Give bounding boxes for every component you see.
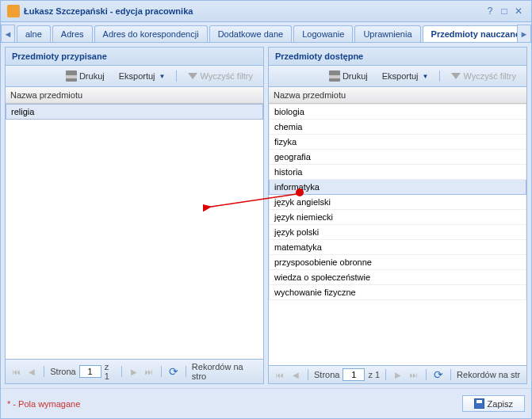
separator: [439, 70, 440, 82]
tab-uprawnienia[interactable]: Uprawnienia: [354, 25, 420, 42]
table-row[interactable]: historia: [269, 165, 526, 180]
table-row[interactable]: religia: [6, 104, 263, 120]
clear-filters-button-left[interactable]: Wyczyść filtry: [182, 69, 258, 83]
print-icon: [66, 70, 77, 82]
table-row[interactable]: informatyka: [269, 180, 526, 195]
help-button[interactable]: ?: [484, 5, 496, 17]
page-first-right[interactable]: ⏮: [274, 368, 286, 381]
refresh-right[interactable]: ⟳: [432, 368, 445, 381]
page-first-left[interactable]: ⏮: [10, 365, 23, 378]
page-last-right[interactable]: ⏭: [408, 368, 420, 381]
export-button-left[interactable]: Eksportuj ▼: [113, 69, 171, 83]
page-prev-right[interactable]: ◀: [289, 368, 302, 381]
window: Łukasz Szczepański - edycja pracownika ?…: [0, 0, 532, 419]
page-input-right[interactable]: [343, 368, 365, 381]
tab-adres[interactable]: Adres: [52, 25, 93, 42]
tab-alne[interactable]: alne: [17, 25, 51, 42]
footer: * - Pola wymagane Zapisz: [1, 388, 531, 418]
filter-icon: [188, 73, 197, 79]
table-row[interactable]: język niemiecki: [269, 210, 526, 225]
save-icon: [474, 398, 484, 409]
column-header-left[interactable]: Nazwa przedmiotu: [6, 87, 263, 104]
required-note: * - Pola wymagane: [7, 399, 80, 409]
tab-logowanie[interactable]: Logowanie: [293, 25, 353, 42]
panel-available-title: Przedmioty dostępne: [269, 48, 526, 66]
toolbar-right: Drukuj Eksportuj ▼ Wyczyść filtry: [269, 66, 526, 87]
pager-right: ⏮ ◀ Strona z 1 ▶ ⏭ ⟳ Rekordów na str: [269, 365, 526, 383]
tab-przedmioty-nauczane[interactable]: Przedmioty nauczane: [423, 25, 517, 42]
table-row[interactable]: język polski: [269, 225, 526, 240]
table-row[interactable]: matematyka: [269, 240, 526, 255]
table-row[interactable]: język angielski: [269, 195, 526, 210]
tab-adres-do-korespondencji[interactable]: Adres do korespondencji: [94, 25, 208, 42]
table-row[interactable]: fizyka: [269, 135, 526, 150]
window-title: Łukasz Szczepański - edycja pracownika: [24, 6, 484, 16]
print-button-left[interactable]: Drukuj: [60, 68, 110, 84]
print-button-right[interactable]: Drukuj: [323, 68, 373, 84]
page-last-left[interactable]: ⏭: [144, 365, 156, 378]
page-prev-left[interactable]: ◀: [26, 365, 39, 378]
column-header-right[interactable]: Nazwa przedmiotu: [269, 87, 526, 104]
panel-assigned: Przedmioty przypisane Drukuj Eksportuj ▼…: [5, 47, 264, 384]
close-button[interactable]: ✕: [512, 5, 525, 17]
page-next-left[interactable]: ▶: [128, 365, 140, 378]
page-next-right[interactable]: ▶: [392, 368, 404, 381]
table-row[interactable]: biologia: [269, 104, 526, 120]
page-input-left[interactable]: [79, 365, 101, 378]
clear-filters-button-right[interactable]: Wyczyść filtry: [446, 69, 522, 83]
save-button[interactable]: Zapisz: [462, 395, 525, 412]
export-button-right[interactable]: Eksportuj ▼: [377, 69, 434, 83]
maximize-button[interactable]: □: [498, 5, 511, 17]
separator: [176, 70, 177, 82]
user-icon: [7, 5, 20, 17]
grid-body-right: biologiachemiafizykageografiahistoriainf…: [269, 104, 526, 365]
pager-left: ⏮ ◀ Strona z 1 ▶ ⏭ ⟳ Rekordów na stro: [6, 359, 263, 383]
table-row[interactable]: geografia: [269, 150, 526, 165]
refresh-left[interactable]: ⟳: [167, 365, 180, 378]
grid-body-left: religia: [6, 104, 263, 359]
filter-icon: [451, 73, 461, 79]
tabstrip: ◄ alneAdresAdres do korespondencjiDodatk…: [1, 22, 531, 43]
content-area: Przedmioty przypisane Drukuj Eksportuj ▼…: [1, 43, 531, 388]
tab-scroll-left[interactable]: ◄: [1, 25, 15, 42]
titlebar: Łukasz Szczepański - edycja pracownika ?…: [1, 1, 531, 22]
chevron-down-icon: ▼: [423, 73, 429, 80]
table-row[interactable]: chemia: [269, 120, 526, 135]
table-row[interactable]: wychowanie fizyczne: [269, 285, 526, 300]
panel-available: Przedmioty dostępne Drukuj Eksportuj ▼ W…: [268, 47, 527, 384]
panel-assigned-title: Przedmioty przypisane: [6, 48, 263, 66]
chevron-down-icon: ▼: [159, 73, 166, 80]
tab-scroll-right[interactable]: ►: [517, 25, 531, 42]
table-row[interactable]: przysposobienie obronne: [269, 255, 526, 270]
toolbar-left: Drukuj Eksportuj ▼ Wyczyść filtry: [6, 66, 263, 87]
print-icon: [329, 70, 340, 82]
table-row[interactable]: wiedza o społeczeństwie: [269, 270, 526, 285]
tab-dodatkowe-dane[interactable]: Dodatkowe dane: [209, 25, 293, 42]
